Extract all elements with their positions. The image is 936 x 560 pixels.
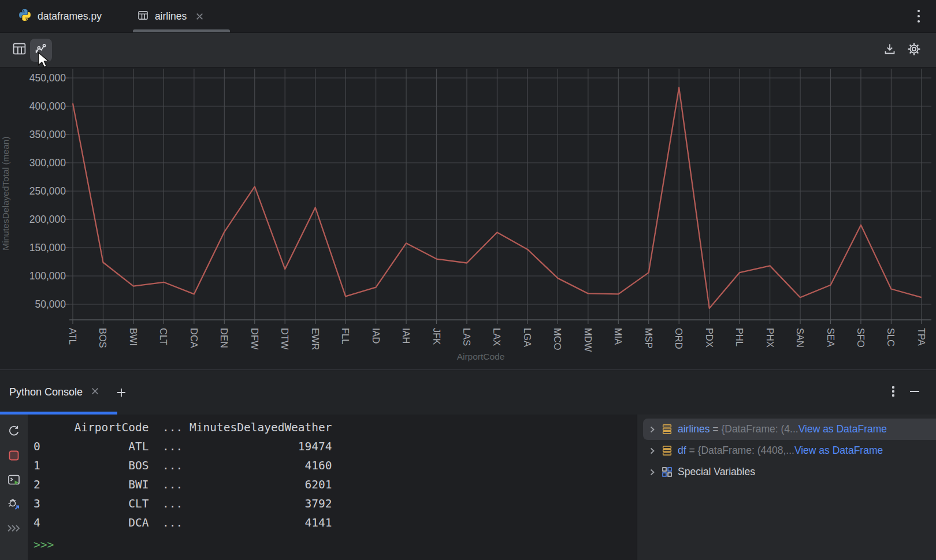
y-tick-label: 100,000 [29,270,66,282]
table-file-icon [138,10,148,23]
x-tick-label: CLT [158,328,169,345]
variable-text: Special Variables [678,466,755,478]
editor-tab-bar: dataframes.py airlines [0,0,936,33]
x-tick-label: JFK [432,328,442,345]
expand-chevron-icon[interactable] [649,425,662,434]
x-tick-label: IAD [371,328,381,344]
python-console-tab[interactable]: Python Console [0,370,105,415]
tab-dataframes-py[interactable]: dataframes.py [10,0,110,32]
tab-label: airlines [155,10,187,23]
x-tick-label: TPA [916,328,927,346]
toolbar-right-group [883,42,921,58]
ide-window: dataframes.py airlines [0,0,936,560]
x-tick-label: BOS [98,328,108,348]
active-tab-indicator [133,29,230,32]
y-tick-label: 150,000 [29,242,66,253]
x-tick-label: DFW [250,328,260,350]
x-tick-label: EWR [310,328,321,350]
x-axis-title: AirportCode [457,352,505,361]
minimize-icon[interactable] [908,385,921,400]
stop-icon[interactable] [6,448,21,463]
variable-row-df[interactable]: df = {DataFrame: (4408,...View as DataFr… [637,440,936,461]
download-icon[interactable] [883,42,897,58]
more-options-kebab-icon[interactable] [913,8,924,27]
dataframe-variable-icon [662,424,678,435]
view-as-dataframe-link[interactable]: View as DataFrame [794,445,883,456]
x-tick-label: MIA [613,328,623,345]
x-tick-label: MDW [583,328,593,352]
x-tick-label: DEN [219,328,229,348]
close-tab-icon[interactable] [195,12,204,21]
x-tick-label: MCO [552,328,563,350]
close-console-icon[interactable] [91,387,99,398]
console-header-right-group [889,384,921,401]
x-tick-label: LAS [462,328,472,346]
settings-gear-icon[interactable] [907,42,921,58]
x-tick-label: PDX [704,328,715,348]
tab-label: dataframes.py [38,10,102,23]
x-tick-label: MSP [644,328,654,349]
x-tick-label: IAH [401,328,411,344]
x-tick-label: PHX [765,328,775,348]
x-tick-label: SAN [795,328,805,348]
console-tab-label: Python Console [9,386,83,398]
console-body: AirportCode ... MinutesDelayedWeather 0 … [0,415,936,560]
x-tick-label: ORD [674,328,684,349]
expand-chevron-icon[interactable] [649,447,662,455]
variable-text: df = {DataFrame: (4408,...View as DataFr… [678,445,883,457]
attach-debugger-icon[interactable] [6,496,21,512]
chart-svg: 450,000400,000350,000300,000250,000200,0… [0,68,936,369]
y-tick-label: 300,000 [29,157,66,169]
variable-row-airlines[interactable]: airlines = {DataFrame: (4...View as Data… [643,419,936,440]
new-console-plus-icon[interactable] [116,387,127,398]
console-header: Python Console [0,369,936,415]
fast-forward-prompt-icon[interactable] [6,521,21,536]
console-toolbar [0,415,28,560]
mouse-cursor [36,52,51,72]
console-output-text: AirportCode ... MinutesDelayedWeather 0 … [34,418,637,532]
y-axis-title: MinutesDelayedTotal (mean) [1,136,10,250]
x-tick-label: SFO [856,328,866,348]
y-tick-label: 50,000 [35,298,66,310]
x-tick-label: LAX [492,328,502,346]
dataframe-variable-icon [662,445,678,456]
console-kebab-icon[interactable] [889,384,898,401]
x-tick-label: SEA [826,328,836,347]
variables-panel: airlines = {DataFrame: (4...View as Data… [637,415,936,560]
variable-text: airlines = {DataFrame: (4...View as Data… [678,423,887,435]
expand-chevron-icon[interactable] [649,468,662,476]
execute-command-icon[interactable] [6,472,21,487]
console-prompt[interactable]: >>> [34,535,637,554]
table-grid-icon [12,42,27,58]
x-tick-label: ATL [68,328,78,345]
x-tick-label: BWI [128,328,139,346]
python-file-icon [18,9,31,24]
variable-row-special-variables[interactable]: Special Variables [637,461,936,483]
y-tick-label: 200,000 [29,214,66,225]
chart-area: 450,000400,000350,000300,000250,000200,0… [0,68,936,369]
tab-airlines[interactable]: airlines [129,0,212,32]
x-tick-label: FLL [340,328,351,344]
x-tick-label: DCA [189,328,199,348]
y-tick-label: 250,000 [29,185,66,197]
console-output: AirportCode ... MinutesDelayedWeather 0 … [28,415,637,560]
view-as-dataframe-link[interactable]: View as DataFrame [798,423,887,435]
rerun-console-icon[interactable] [6,424,21,439]
x-tick-label: PHL [734,328,745,346]
table-view-button[interactable] [8,39,30,62]
y-tick-label: 350,000 [29,129,66,140]
y-tick-label: 400,000 [29,100,66,112]
x-tick-label: SLC [886,328,896,346]
special-variables-icon [662,466,678,477]
x-tick-label: LGA [522,328,533,347]
dataframe-toolbar [0,33,936,68]
y-tick-label: 450,000 [29,72,66,84]
x-tick-label: DTW [280,328,290,350]
